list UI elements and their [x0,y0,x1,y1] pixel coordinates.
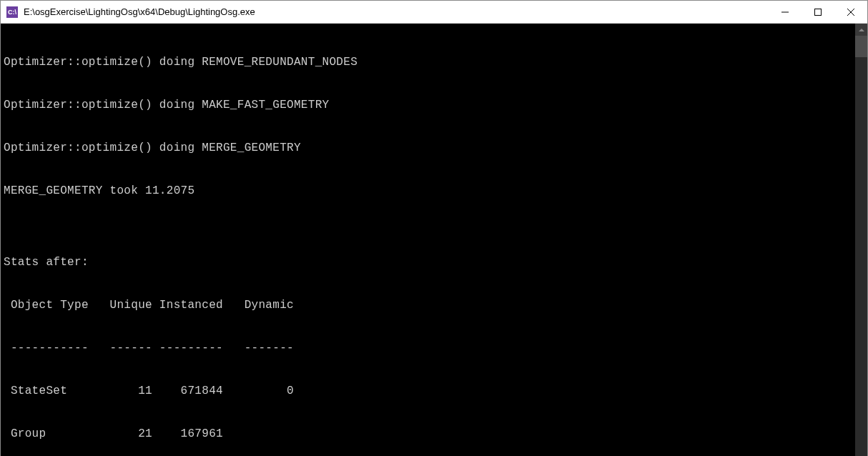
app-icon-text: C:\ [8,9,16,16]
console-output[interactable]: Optimizer::optimize() doing REMOVE_REDUN… [1,24,855,456]
maximize-icon [814,9,822,16]
close-button[interactable] [834,1,867,24]
window-title: E:\osgExercise\LightingOsg\x64\Debug\Lig… [24,6,769,17]
console-line: Optimizer::optimize() doing MERGE_GEOMET… [4,141,855,155]
svg-rect-1 [815,9,822,15]
console-line: ----------- ------ --------- ------- [4,341,855,355]
scrollbar-up-button[interactable] [855,24,867,36]
chevron-up-icon [859,27,864,33]
window: C:\ E:\osgExercise\LightingOsg\x64\Debug… [0,0,868,456]
minimize-icon [781,9,789,16]
titlebar[interactable]: C:\ E:\osgExercise\LightingOsg\x64\Debug… [1,1,867,24]
scrollbar-thumb[interactable] [855,36,867,57]
console-line: Stats after: [4,255,855,269]
console-line: MERGE_GEOMETRY took 11.2075 [4,184,855,198]
vertical-scrollbar[interactable] [855,24,867,456]
maximize-button[interactable] [802,1,834,24]
console-line: Object Type Unique Instanced Dynamic [4,298,855,312]
console-line: StateSet 11 671844 0 [4,384,855,398]
close-icon [847,9,854,16]
console-wrapper: Optimizer::optimize() doing REMOVE_REDUN… [1,24,867,456]
minimize-button[interactable] [769,1,802,24]
app-icon: C:\ [6,6,18,18]
console-line: Optimizer::optimize() doing REMOVE_REDUN… [4,55,855,69]
console-line: Optimizer::optimize() doing MAKE_FAST_GE… [4,98,855,112]
titlebar-controls [769,1,867,24]
console-line: Group 21 167961 [4,427,855,441]
